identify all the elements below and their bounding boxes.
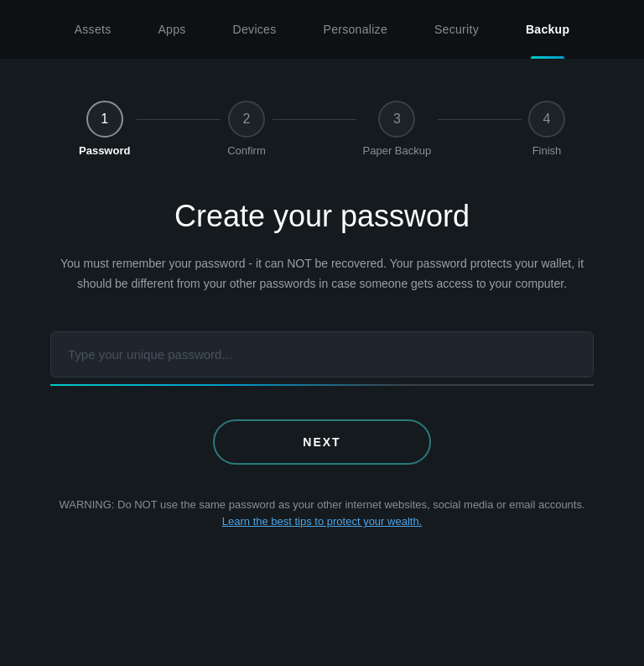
stepper: 1 Password 2 Confirm 3 Paper Backup 4 Fi… — [79, 101, 565, 157]
step-label-confirm: Confirm — [227, 144, 266, 157]
nav-label-backup: Backup — [526, 23, 569, 36]
nav-item-security[interactable]: Security — [411, 0, 502, 59]
nav-label-devices: Devices — [233, 23, 277, 36]
password-input[interactable] — [50, 331, 594, 377]
step-password: 1 Password — [79, 101, 130, 157]
page-title: Create your password — [174, 199, 470, 234]
main-content: 1 Password 2 Confirm 3 Paper Backup 4 Fi… — [0, 59, 644, 565]
step-confirm: 2 Confirm — [227, 101, 266, 157]
step-label-finish: Finish — [532, 144, 562, 157]
nav-label-assets: Assets — [75, 23, 112, 36]
nav-item-backup[interactable]: Backup — [502, 0, 593, 59]
step-paper-backup: 3 Paper Backup — [363, 101, 432, 157]
step-circle-1: 1 — [86, 101, 123, 138]
page-description: You must remember your password - it can… — [54, 254, 590, 294]
next-button[interactable]: NEXT — [213, 419, 431, 465]
step-line-3 — [438, 119, 522, 120]
password-input-wrapper — [50, 331, 594, 377]
step-circle-3: 3 — [378, 101, 415, 138]
step-label-password: Password — [79, 144, 130, 157]
input-underline — [50, 384, 594, 386]
nav-item-apps[interactable]: Apps — [134, 0, 209, 59]
nav-label-apps: Apps — [158, 23, 185, 36]
nav-label-security: Security — [434, 23, 479, 36]
nav-item-personalize[interactable]: Personalize — [300, 0, 411, 59]
step-circle-2: 2 — [228, 101, 265, 138]
nav-item-assets[interactable]: Assets — [51, 0, 135, 59]
nav-label-personalize: Personalize — [324, 23, 387, 36]
warning-link[interactable]: Learn the best tips to protect your weal… — [222, 515, 422, 528]
top-nav: Assets Apps Devices Personalize Security… — [0, 0, 644, 59]
step-finish: 4 Finish — [528, 101, 565, 157]
step-circle-4: 4 — [528, 101, 565, 138]
step-line-2 — [273, 119, 356, 120]
step-line-1 — [137, 119, 221, 120]
nav-item-devices[interactable]: Devices — [210, 0, 300, 59]
step-label-paper-backup: Paper Backup — [363, 144, 432, 157]
warning-text: WARNING: Do NOT use the same password as… — [59, 497, 584, 532]
